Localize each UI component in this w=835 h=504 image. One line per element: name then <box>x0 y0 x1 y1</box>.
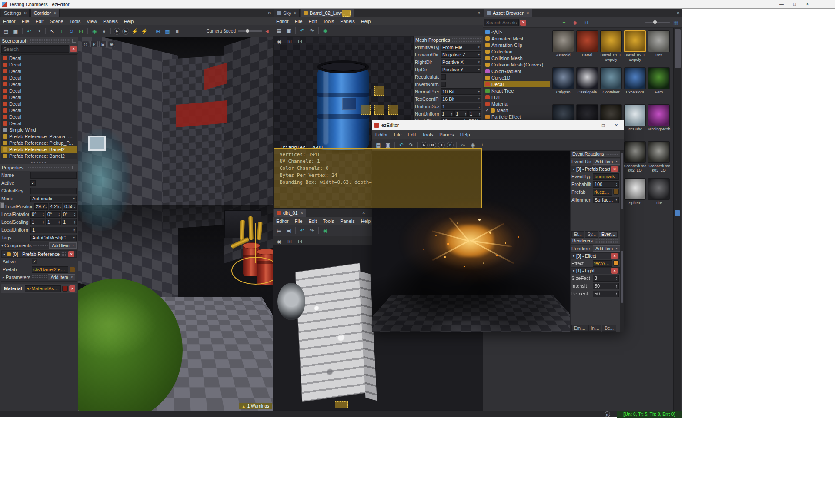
UniformScalir-field[interactable]: 1▴▾ <box>441 103 481 109</box>
asset-thumbnail-tire[interactable]: Tire <box>647 178 671 205</box>
expander-icon[interactable]: ▾ <box>573 254 574 258</box>
close-button[interactable]: ✕ <box>610 121 623 129</box>
asset-thumbnail-cassiopeia[interactable]: Cassiopeia <box>575 67 599 94</box>
component-group-header[interactable]: ▾ [0] - Prefab Reference ✕ <box>1 251 77 258</box>
undo-icon[interactable]: ↶ <box>298 27 307 35</box>
tree-item[interactable]: ✓Mesh <box>484 107 550 113</box>
expander-icon[interactable]: ▾ <box>3 252 5 256</box>
ForwardDir-field[interactable]: Negative Z▾ <box>441 51 481 58</box>
asset-thumbnail-icecube[interactable]: IceCube <box>623 104 647 131</box>
tree-item[interactable]: Decal <box>1 94 77 100</box>
asset-scrollbar[interactable] <box>673 28 681 411</box>
Tags-field[interactable]: AutoColMesh|CastShadow▾ <box>30 235 77 241</box>
screen-icon[interactable]: ▦ <box>163 27 172 36</box>
save-icon[interactable]: ▤ <box>2 27 10 36</box>
asset-thumbnail-barrel_02_lowpoly[interactable]: Barrel_02_Lowpoly <box>623 30 647 62</box>
maximize-button[interactable]: □ <box>597 121 610 129</box>
particle-editor-window[interactable]: ezEditor — □ ✕ EditorFileEditToolsPanels… <box>372 120 624 331</box>
material-swatch[interactable] <box>62 286 68 292</box>
asset-thumbnail-barrel_01_lowpoly[interactable]: Barrel_01_Lowpoly <box>599 30 623 62</box>
undo-icon[interactable]: ↶ <box>298 226 307 235</box>
menu-panels[interactable]: Panels <box>337 19 358 24</box>
eye-icon[interactable]: ◎ <box>82 41 89 47</box>
tab-settings[interactable]: Settings✕ <box>1 9 30 17</box>
Percent-field[interactable]: 50▴▾ <box>593 291 619 297</box>
RightDir-field[interactable]: Positive X▾ <box>441 59 481 65</box>
menu-file[interactable]: File <box>292 219 306 224</box>
tree-item[interactable]: ColorGradient <box>484 68 550 74</box>
asset-browse-button[interactable] <box>613 189 619 195</box>
active-checkbox[interactable]: ✓ <box>32 259 37 264</box>
tree-item[interactable]: Decal <box>1 61 77 68</box>
frame-icon[interactable]: ⊞ <box>99 41 107 47</box>
pause-status-icon[interactable]: ▮▮ <box>605 411 610 417</box>
panel-tab-ef[interactable]: Ef... <box>571 231 584 238</box>
panel-tab-sy[interactable]: Sy... <box>585 231 598 238</box>
tree-item[interactable]: Simple Wind <box>1 126 77 133</box>
redo-icon[interactable]: ↷ <box>34 27 43 36</box>
asset-thumbnail-box[interactable]: Box <box>647 30 671 57</box>
Effect-field[interactable]: fectAsset <box>593 260 612 267</box>
restart-icon[interactable]: ↺ <box>447 142 454 149</box>
prefab-asset-field[interactable]: cts/Barrel2.ezPrefab <box>32 266 68 273</box>
asset-thumbnail-excelsiorii[interactable]: ExcelsiorII <box>623 67 647 94</box>
tab-close-icon[interactable]: ✕ <box>301 211 304 215</box>
tree-item[interactable]: Collision Mesh (Convex) <box>484 61 550 68</box>
loop-icon[interactable]: ∞ <box>459 141 468 149</box>
menu-file[interactable]: File <box>292 19 306 24</box>
asset-thumbnail-fern[interactable]: Fern <box>647 67 671 94</box>
tree-item[interactable]: Collision Mesh <box>484 55 550 61</box>
panel-tab-ini[interactable]: Ini... <box>588 325 602 332</box>
scrollbar-thumb[interactable] <box>621 153 623 209</box>
asset-thumbnail-sphere[interactable]: Sphere <box>623 178 647 205</box>
asset-browse-button[interactable] <box>613 260 619 266</box>
PrimitiveTyp-field[interactable]: From File▾ <box>441 44 481 50</box>
selection-gizmo-ring[interactable] <box>231 257 273 285</box>
grid-icon[interactable]: ⊞ <box>154 27 162 36</box>
selection-gizmo-axis[interactable] <box>255 223 256 263</box>
particle-window-titlebar[interactable]: ezEditor — □ ✕ <box>372 120 624 130</box>
scrollbar-thumb[interactable] <box>621 251 623 303</box>
asset-thumbnail-calypso[interactable]: Calypso <box>551 67 575 94</box>
particle-panel-scrollbar[interactable] <box>620 151 624 332</box>
tree-item[interactable]: Decal <box>1 55 77 61</box>
tab-asset-browser[interactable]: Asset Browser✕ <box>484 9 532 17</box>
tab-close-icon[interactable]: ✕ <box>24 11 27 15</box>
EventTyp-field[interactable]: burnmark <box>593 173 619 180</box>
thumbnail-size-slider[interactable] <box>645 22 670 23</box>
tree-item[interactable]: Prefab Reference: Barrel2 <box>1 146 77 153</box>
undo-icon[interactable]: ↶ <box>25 27 33 36</box>
add-event-reaction-button[interactable]: Add Item▾ <box>593 159 620 165</box>
menu-view[interactable]: View <box>84 19 100 24</box>
undo-icon[interactable]: ↶ <box>397 141 406 149</box>
save-icon[interactable]: ▤ <box>275 226 284 235</box>
LocalPosition-field[interactable]: 4.25▴▾ <box>49 203 62 210</box>
menu-help[interactable]: Help <box>358 19 374 24</box>
lightning-icon[interactable]: ⚡ <box>130 27 139 36</box>
panel-close-icon[interactable]: ✕ <box>676 11 680 15</box>
tree-item[interactable]: Decal <box>1 107 77 113</box>
Active-checkbox[interactable]: ✓ <box>30 180 36 186</box>
asset-thumbnail-barrel[interactable]: Barrel <box>575 30 599 57</box>
LocalPosition-field[interactable]: 29.7▴▾ <box>34 203 48 210</box>
translate-icon[interactable]: + <box>57 27 66 36</box>
expander-icon[interactable]: ▾ <box>1 244 3 248</box>
grid-icon[interactable]: ⊞ <box>285 37 294 46</box>
tree-item[interactable]: Decal <box>484 81 550 87</box>
asset-thumbnail-scannedrock02_lq[interactable]: ScannedRock02_LQ <box>623 141 647 172</box>
NonUniformS-field[interactable]: 1▴▾ <box>441 110 454 117</box>
SizeFact-field[interactable]: 3▴▾ <box>593 275 619 282</box>
LocalScaling-field[interactable]: 1▴▾ <box>46 219 61 225</box>
RecalculateN-checkbox[interactable] <box>441 74 446 80</box>
speaker-icon[interactable]: ◄ <box>263 27 271 36</box>
scene-3d-viewport[interactable]: ◎ P ⊞ ◉ ▲ 1 Warnings <box>78 37 273 411</box>
LocalRotation-field[interactable]: 0°▴▾ <box>46 211 61 218</box>
add-component-button[interactable]: Add Item▾ <box>49 242 77 249</box>
play-icon[interactable]: ▶ <box>421 142 428 149</box>
world-icon[interactable]: ◉ <box>321 27 330 35</box>
TexCoordPre-field[interactable]: 16 Bit▾ <box>441 96 481 102</box>
remove-material-button[interactable]: ✕ <box>69 285 75 292</box>
tab-close-icon[interactable]: ✕ <box>348 11 351 15</box>
menu-tools[interactable]: Tools <box>320 219 337 224</box>
tree-item[interactable]: Decal <box>1 113 77 120</box>
